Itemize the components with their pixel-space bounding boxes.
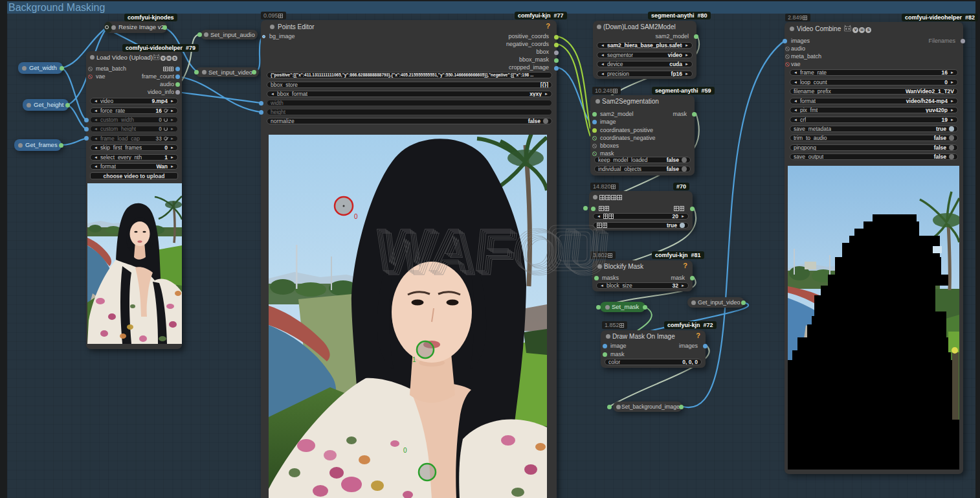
svg-text:0: 0 <box>403 447 407 454</box>
svg-text:0: 0 <box>354 213 358 220</box>
svg-text:WAFOU: WAFOU <box>372 216 609 284</box>
svg-text:1: 1 <box>412 356 416 363</box>
